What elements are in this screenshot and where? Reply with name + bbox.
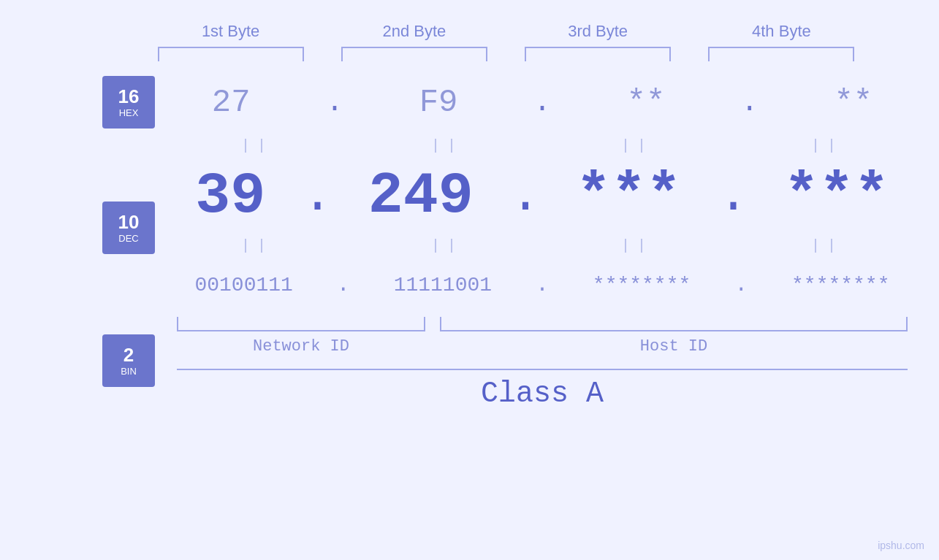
dec-dot-3: . — [718, 167, 748, 225]
bin-number: 2 — [123, 345, 134, 364]
main-container: 1st Byte 2nd Byte 3rd Byte 4th Byte 16 H… — [0, 0, 939, 560]
bottom-labels: Network ID Host ID — [177, 337, 908, 356]
bin-name: BIN — [121, 366, 137, 377]
bin-byte-2: 11111001 — [394, 274, 492, 296]
dec-cells: 39 . 249 . *** . *** — [177, 163, 908, 229]
byte-headers-row: 1st Byte 2nd Byte 3rd Byte 4th Byte — [139, 22, 873, 41]
top-brackets — [139, 47, 873, 61]
class-label: Class A — [177, 370, 908, 418]
bin-dot-2: . — [528, 272, 557, 297]
dec-row: 39 . 249 . *** . *** — [177, 156, 908, 236]
network-id-label: Network ID — [177, 337, 425, 356]
hex-byte-4: ** — [834, 84, 873, 120]
byte-header-1: 1st Byte — [151, 22, 311, 41]
network-id-bracket — [177, 317, 425, 331]
equals-row-2: || || || || — [177, 237, 908, 254]
byte-header-2: 2nd Byte — [334, 22, 495, 41]
dec-badge: 10 DEC — [102, 202, 155, 254]
bracket-byte-4 — [708, 47, 854, 61]
watermark: ipshu.com — [878, 540, 924, 551]
hex-number: 16 — [118, 87, 140, 106]
bin-dot-3: . — [726, 272, 756, 297]
eq-2-3: || — [557, 237, 718, 254]
bin-byte-1: 00100111 — [194, 274, 292, 296]
dec-byte-1: 39 — [195, 163, 265, 229]
byte-header-4: 4th Byte — [701, 22, 862, 41]
eq-2-1: || — [177, 237, 338, 254]
hex-byte-2: F9 — [419, 84, 458, 120]
byte-header-3: 3rd Byte — [517, 22, 678, 41]
bin-dot-1: . — [329, 272, 358, 297]
bin-cells: 00100111 . 11111001 . ******** . *******… — [177, 272, 908, 297]
hex-name: HEX — [119, 107, 139, 118]
dec-dot-1: . — [302, 167, 331, 225]
eq-1-3: || — [557, 137, 718, 154]
hex-byte-1: 27 — [212, 84, 251, 120]
hex-badge: 16 HEX — [102, 76, 155, 129]
eq-1-1: || — [177, 137, 338, 154]
hex-row: 27 . F9 . ** . ** — [177, 69, 908, 136]
bin-byte-3: ******** — [593, 274, 691, 296]
bottom-brackets — [177, 317, 908, 331]
host-id-label: Host ID — [440, 337, 908, 356]
bin-row: 00100111 . 11111001 . ******** . *******… — [177, 256, 908, 314]
dec-byte-4: *** — [784, 163, 889, 229]
dec-name: DEC — [118, 233, 138, 244]
equals-row-1: || || || || — [177, 137, 908, 154]
bin-badge: 2 BIN — [102, 334, 155, 387]
hex-cells: 27 . F9 . ** . ** — [177, 84, 908, 120]
eq-2-2: || — [367, 237, 528, 254]
bracket-byte-3 — [525, 47, 671, 61]
dec-byte-2: 249 — [368, 163, 474, 229]
bracket-byte-2 — [341, 47, 487, 61]
hex-dot-1: . — [320, 86, 349, 119]
dec-dot-2: . — [510, 167, 539, 225]
hex-dot-2: . — [528, 86, 557, 119]
hex-dot-3: . — [735, 86, 764, 119]
dec-number: 10 — [118, 212, 140, 231]
bin-byte-4: ******** — [791, 274, 889, 296]
base-labels-column: 16 HEX 10 DEC 2 BIN — [102, 69, 155, 387]
dec-byte-3: *** — [576, 163, 681, 229]
class-banner-wrapper: Class A — [177, 369, 908, 418]
eq-1-2: || — [367, 137, 528, 154]
host-id-bracket — [440, 317, 908, 331]
eq-2-4: || — [747, 237, 908, 254]
eq-1-4: || — [747, 137, 908, 154]
hex-byte-3: ** — [627, 84, 666, 120]
bracket-byte-1 — [158, 47, 304, 61]
